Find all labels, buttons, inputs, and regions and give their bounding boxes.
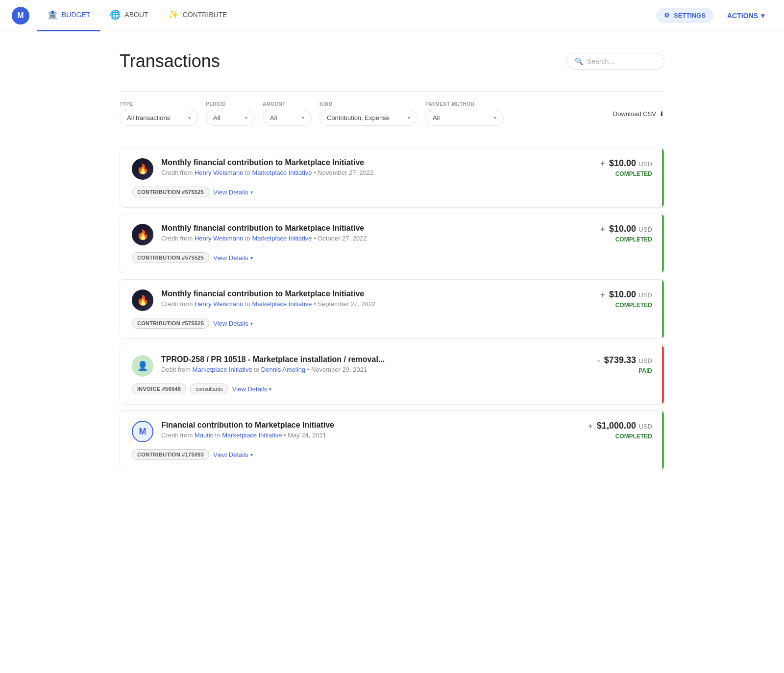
transaction-subtitle-tx2: Credit from Henry Weismann to Marketplac… xyxy=(161,235,592,242)
settings-button[interactable]: ⚙ SETTINGS xyxy=(656,8,713,23)
nav-item-budget[interactable]: 🏦 BUDGET xyxy=(37,0,100,31)
sign-tx4: - xyxy=(597,356,602,364)
search-input[interactable] xyxy=(587,57,656,65)
view-details-tx3[interactable]: View Details ▾ xyxy=(213,320,252,327)
type-chevron-icon: ▾ xyxy=(188,115,191,120)
view-details-tx4[interactable]: View Details ▾ xyxy=(232,385,271,393)
search-icon: 🔍 xyxy=(575,57,583,65)
transaction-subtitle-tx3: Credit from Henry Weismann to Marketplac… xyxy=(161,300,592,308)
status-badge-tx1: COMPLETED xyxy=(600,170,652,177)
transaction-subtitle-tx5: Credit from Mautic to Marketplace Initia… xyxy=(161,432,580,439)
actions-label: ACTIONS xyxy=(727,12,758,20)
view-details-chevron-icon-tx3: ▾ xyxy=(250,321,253,326)
period-filter-label: PERIOD xyxy=(206,101,255,107)
logo-letter: M xyxy=(17,11,24,20)
transaction-title-tx5: Financial contribution to Marketplace In… xyxy=(161,421,580,430)
actions-button[interactable]: ACTIONS ▾ xyxy=(719,8,772,24)
link-from-tx1[interactable]: Henry Weismann xyxy=(195,169,243,176)
kind-filter-select[interactable]: Contribution, Expense ▾ xyxy=(319,110,417,126)
chevron-down-icon: ▾ xyxy=(761,12,764,20)
payment-filter-label: PAYMENT METHOD xyxy=(425,101,504,107)
transaction-footer-tx4: INVOICE #56648 consultants View Details … xyxy=(132,384,652,394)
transaction-amount-tx4: - $739.33 USD PAID xyxy=(597,355,652,374)
transaction-info-tx2: Monthly financial contribution to Market… xyxy=(161,224,592,242)
avatar-tx5: M xyxy=(132,421,153,442)
download-csv-button[interactable]: Download CSV ⬇ xyxy=(613,110,664,118)
search-box[interactable]: 🔍 xyxy=(566,53,664,70)
page-title-row: Transactions 🔍 xyxy=(120,51,664,72)
transaction-header-tx5: M Financial contribution to Marketplace … xyxy=(132,421,652,442)
link-from-tx5[interactable]: Mautic xyxy=(195,432,213,439)
transaction-card-tx3: 🔥 Monthly financial contribution to Mark… xyxy=(120,279,664,339)
view-details-chevron-icon-tx4: ▾ xyxy=(269,386,271,392)
amount-number-tx5: $1,000.00 xyxy=(597,421,636,431)
link-to-tx1[interactable]: Marketplace Initiative xyxy=(252,169,312,176)
link-to-tx4[interactable]: Dennis Ameling xyxy=(261,366,305,373)
period-filter-value: All xyxy=(213,114,220,121)
tag-tx4: INVOICE #56648 xyxy=(132,384,186,394)
link-from-tx2[interactable]: Henry Weismann xyxy=(195,235,243,242)
period-filter-select[interactable]: All ▾ xyxy=(206,110,255,126)
view-details-tx2[interactable]: View Details ▾ xyxy=(213,254,252,262)
transaction-title-tx1: Monthly financial contribution to Market… xyxy=(161,158,592,167)
transaction-header-tx1: 🔥 Monthly financial contribution to Mark… xyxy=(132,158,652,180)
nav-item-contribute[interactable]: ✨ CONTRIBUTE xyxy=(158,0,237,31)
logo[interactable]: M xyxy=(12,7,29,24)
sign-tx1: + xyxy=(600,159,607,168)
link-to-tx5[interactable]: Marketplace Initiative xyxy=(222,432,282,439)
transaction-card-tx2: 🔥 Monthly financial contribution to Mark… xyxy=(120,214,664,273)
view-details-chevron-icon-tx1: ▾ xyxy=(250,190,253,195)
transaction-header-tx2: 🔥 Monthly financial contribution to Mark… xyxy=(132,224,652,245)
amount-number-tx2: $10.00 xyxy=(609,224,636,234)
transaction-footer-tx1: CONTRIBUTION #575525 View Details ▾ xyxy=(132,187,652,197)
gear-icon: ⚙ xyxy=(664,12,670,19)
status-badge-tx3: COMPLETED xyxy=(600,302,652,309)
transaction-card-tx5: M Financial contribution to Marketplace … xyxy=(120,410,664,470)
nav-item-about[interactable]: 🌐 ABOUT xyxy=(100,0,158,31)
tag2-tx4: consultants xyxy=(190,384,228,394)
type-filter-label: TYPE xyxy=(120,101,198,107)
tag-tx1: CONTRIBUTION #575525 xyxy=(132,187,209,197)
transaction-card-tx4: 👤 TPROD-258 / PR 10518 - Marketplace ins… xyxy=(120,345,664,405)
payment-filter-select[interactable]: All ▾ xyxy=(425,110,504,126)
amount-number-tx4: $739.33 xyxy=(604,355,636,365)
sign-tx5: + xyxy=(588,422,595,430)
payment-filter-value: All xyxy=(433,114,440,121)
transaction-list: 🔥 Monthly financial contribution to Mark… xyxy=(120,148,664,476)
amount-chevron-icon: ▾ xyxy=(302,115,304,120)
amount-value-tx4: - $739.33 USD xyxy=(597,355,652,365)
link-to-tx2[interactable]: Marketplace Initiative xyxy=(252,235,312,242)
nav-label-about: ABOUT xyxy=(124,11,148,19)
view-details-tx1[interactable]: View Details ▾ xyxy=(213,189,252,196)
link-from-tx4[interactable]: Marketplace Initiative xyxy=(193,366,252,373)
amount-value-tx1: + $10.00 USD xyxy=(600,158,652,168)
transaction-amount-tx1: + $10.00 USD COMPLETED xyxy=(600,158,652,177)
tag-tx2: CONTRIBUTION #575525 xyxy=(132,252,209,263)
download-csv-label: Download CSV xyxy=(613,110,656,118)
amount-filter-select[interactable]: All ▾ xyxy=(263,110,312,126)
type-filter-select[interactable]: All transactions ▾ xyxy=(120,110,198,126)
header-right: ⚙ SETTINGS ACTIONS ▾ xyxy=(656,8,772,24)
amount-filter-group: AMOUNT All ▾ xyxy=(263,101,312,126)
view-details-tx5[interactable]: View Details ▾ xyxy=(213,451,252,458)
budget-icon: 🏦 xyxy=(47,9,58,20)
link-from-tx3[interactable]: Henry Weismann xyxy=(195,300,243,308)
payment-filter-group: PAYMENT METHOD All ▾ xyxy=(425,101,504,126)
payment-chevron-icon: ▾ xyxy=(494,115,496,120)
amount-filter-value: All xyxy=(270,114,277,121)
currency-tx3: USD xyxy=(637,291,652,299)
link-to-tx3[interactable]: Marketplace Initiative xyxy=(252,300,312,308)
currency-tx2: USD xyxy=(637,226,652,233)
currency-tx5: USD xyxy=(637,423,652,430)
amount-value-tx5: + $1,000.00 USD xyxy=(588,421,652,431)
transaction-info-tx5: Financial contribution to Marketplace In… xyxy=(161,421,580,439)
period-filter-group: PERIOD All ▾ xyxy=(206,101,255,126)
amount-number-tx1: $10.00 xyxy=(609,158,636,168)
contribute-icon: ✨ xyxy=(168,9,179,20)
transaction-card-tx1: 🔥 Monthly financial contribution to Mark… xyxy=(120,148,664,208)
amount-filter-label: AMOUNT xyxy=(263,101,312,107)
transaction-footer-tx2: CONTRIBUTION #575525 View Details ▾ xyxy=(132,252,652,263)
main-nav: 🏦 BUDGET 🌐 ABOUT ✨ CONTRIBUTE xyxy=(37,0,237,31)
main-content: Transactions 🔍 TYPE All transactions ▾ P… xyxy=(108,31,676,496)
page-title: Transactions xyxy=(120,51,220,72)
